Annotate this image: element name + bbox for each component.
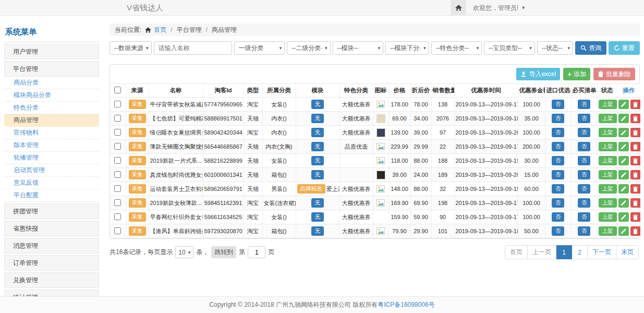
must-buy-toggle-button[interactable]: 否 [578, 212, 591, 222]
jump-button[interactable]: 跳转到 [211, 246, 236, 258]
home-button[interactable] [451, 0, 466, 16]
module-select[interactable]: --模块-- [333, 41, 384, 55]
delete-button[interactable] [630, 128, 641, 137]
edit-button[interactable] [618, 212, 629, 222]
must-buy-toggle-button[interactable]: 否 [578, 142, 591, 151]
edit-button[interactable] [618, 128, 629, 137]
must-buy-toggle-button[interactable]: 否 [578, 156, 591, 165]
imported-toggle-button[interactable]: 否 [552, 170, 565, 179]
must-buy-toggle-button[interactable]: 否 [578, 114, 591, 123]
import-excel-button[interactable]: 导入excel [516, 68, 560, 80]
sidebar-item-feedback[interactable]: 意见反馈 [4, 177, 99, 189]
edit-button[interactable] [618, 226, 629, 236]
icp-link[interactable]: 粤ICP备16098006号 [378, 300, 434, 309]
sidebar-item-messages[interactable]: 消息管理 [4, 238, 99, 254]
edit-button[interactable] [618, 142, 629, 151]
row-checkbox[interactable] [114, 185, 121, 192]
status-button[interactable]: 上架 [599, 114, 617, 123]
level1-category-select[interactable]: 一级分类 [234, 41, 285, 55]
pager-first-button[interactable]: 首页 [505, 245, 528, 259]
name-input[interactable] [154, 41, 232, 55]
add-button[interactable]: + 添加 [563, 68, 590, 80]
must-buy-toggle-button[interactable]: 否 [578, 184, 591, 194]
item-type-select[interactable]: --宝贝类型-- [484, 41, 535, 55]
edit-button[interactable] [618, 100, 629, 109]
imported-toggle-button[interactable]: 否 [552, 142, 565, 151]
row-checkbox[interactable] [114, 143, 121, 150]
imported-toggle-button[interactable]: 否 [552, 212, 565, 222]
imported-toggle-button[interactable]: 否 [552, 128, 565, 137]
status-button[interactable]: 上架 [599, 212, 617, 222]
imported-toggle-button[interactable]: 否 [552, 114, 565, 123]
page-number-input[interactable] [248, 246, 265, 258]
delete-button[interactable] [630, 198, 641, 208]
edit-button[interactable] [618, 114, 629, 123]
status-button[interactable]: 上架 [599, 128, 617, 137]
delete-button[interactable] [630, 142, 641, 151]
delete-button[interactable] [630, 100, 641, 109]
imported-toggle-button[interactable]: 否 [552, 184, 565, 194]
user-menu[interactable]: 欢迎您，管理员! ▼ [473, 0, 526, 16]
status-button[interactable]: 上架 [599, 226, 617, 236]
row-checkbox[interactable] [114, 157, 121, 164]
sidebar-item-goods-management[interactable]: 商品管理 [4, 114, 99, 127]
edit-button[interactable] [618, 184, 629, 194]
row-checkbox[interactable] [114, 213, 121, 220]
must-buy-toggle-button[interactable]: 否 [578, 100, 591, 109]
pager-last-button[interactable]: 末页 [616, 245, 639, 259]
sidebar-item-group-buy[interactable]: 拼团管理 [4, 203, 99, 219]
breadcrumb-home-link[interactable]: 首页 [154, 23, 166, 36]
row-checkbox[interactable] [114, 171, 121, 178]
sidebar-item-orders[interactable]: 订单管理 [4, 255, 99, 271]
sidebar-item-platform[interactable]: 平台管理 [4, 61, 99, 77]
pager-page-1-button[interactable]: 1 [556, 245, 572, 259]
sidebar-item-goods-category[interactable]: 商品分类 [4, 77, 99, 89]
imported-toggle-button[interactable]: 否 [552, 198, 565, 208]
row-checkbox[interactable] [114, 115, 121, 122]
row-checkbox[interactable] [114, 129, 121, 136]
delete-button[interactable] [630, 226, 641, 236]
pager-next-button[interactable]: 下一页 [588, 245, 616, 259]
edit-button[interactable] [618, 170, 629, 179]
imported-toggle-button[interactable]: 否 [552, 100, 565, 109]
sidebar-item-module-goods-category[interactable]: 模块商品分类 [4, 89, 99, 102]
pager-page-2-button[interactable]: 2 [572, 245, 588, 259]
delete-button[interactable] [630, 156, 641, 165]
level2-category-select[interactable]: --二级分类-- [287, 41, 330, 55]
status-button[interactable]: 上架 [599, 184, 617, 194]
status-button[interactable]: 上架 [599, 100, 617, 109]
feature-category-select[interactable]: --特色分类-- [431, 41, 482, 55]
status-button[interactable]: 上架 [599, 156, 617, 165]
status-button[interactable]: 上架 [599, 170, 617, 179]
per-page-select[interactable]: 10 [175, 246, 193, 258]
sidebar-item-platform-config[interactable]: 平台配置 [4, 189, 99, 202]
delete-button[interactable] [630, 114, 641, 123]
must-buy-toggle-button[interactable]: 否 [578, 170, 591, 179]
must-buy-toggle-button[interactable]: 否 [578, 198, 591, 208]
imported-toggle-button[interactable]: 否 [552, 156, 565, 165]
delete-button[interactable] [630, 184, 641, 194]
must-buy-toggle-button[interactable]: 否 [578, 128, 591, 137]
status-button[interactable]: 上架 [599, 198, 617, 208]
edit-button[interactable] [618, 198, 629, 208]
data-source-select[interactable]: --数据来源-- [110, 41, 152, 55]
status-select[interactable]: --状态-- [537, 41, 573, 55]
edit-button[interactable] [618, 156, 629, 165]
must-buy-toggle-button[interactable]: 否 [578, 226, 591, 236]
row-checkbox[interactable] [114, 101, 121, 107]
module-subcategory-select[interactable]: --模块下分类-- [385, 41, 429, 55]
batch-delete-button[interactable]: 批量删除 [593, 68, 635, 80]
sidebar-item-saving-express[interactable]: 省惠快报 [4, 221, 99, 236]
delete-button[interactable] [630, 170, 641, 179]
sidebar-item-splash-page[interactable]: 启动页管理 [4, 164, 99, 177]
sidebar-item-version[interactable]: 版本管理 [4, 139, 99, 152]
delete-button[interactable] [630, 212, 641, 222]
status-button[interactable]: 上架 [599, 142, 617, 151]
row-checkbox[interactable] [114, 227, 121, 234]
reset-button[interactable]: 重置 [609, 41, 640, 55]
sidebar-item-feature-category[interactable]: 特色分类 [4, 102, 99, 114]
sidebar-item-promo-materials[interactable]: 宣传物料 [4, 127, 99, 139]
pager-prev-button[interactable]: 上一页 [528, 245, 556, 259]
sidebar-item-users[interactable]: 用户管理 [4, 44, 99, 59]
select-all-checkbox[interactable] [114, 87, 121, 93]
